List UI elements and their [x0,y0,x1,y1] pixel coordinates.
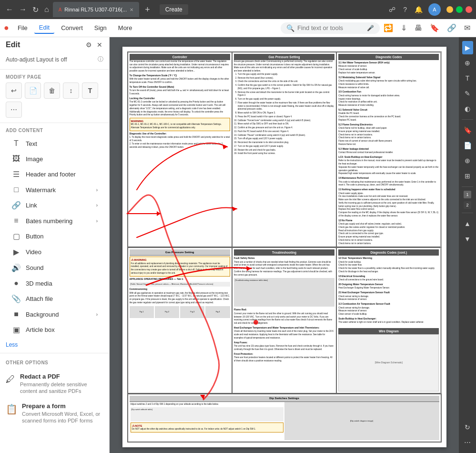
more-options-btn[interactable]: ⋯ [461,436,474,449]
pen-tool-btn[interactable]: ✎ [462,87,473,100]
reload-icon[interactable]: ↻ [30,3,41,16]
edit-header: Edit ⚙ ✕ [0,37,109,52]
toolbar-divider-3 [462,213,473,213]
image-label: Image [26,155,98,163]
share-icon[interactable]: 🔁 [382,21,395,34]
grid-tool-btn[interactable]: ⊞ [462,169,473,183]
menu-convert[interactable]: Convert [56,22,88,33]
settings-icon[interactable]: ⚙ [85,40,93,50]
scroll-down-btn[interactable]: ▼ [461,232,474,246]
rotate-btn[interactable]: ↻ [462,421,473,434]
sidebar-item-image[interactable]: 🖼 Image [6,151,103,166]
help-icon[interactable]: ? [401,4,409,15]
sidebar-item-sound[interactable]: 🔊 Sound [6,260,103,276]
other-options-title: OTHER OPTIONS [6,360,103,365]
dip-switch-title: Dip Switches Settings [130,396,439,402]
forward-icon[interactable]: → [17,3,29,16]
gas-pressure-body: Ensure gas pressure check under Commissi… [234,60,334,155]
sidebar-item-attach[interactable]: 📎 Attach file [6,291,103,307]
more-tools-button[interactable]: ⋯ [6,102,22,118]
zoom-tool-btn[interactable]: ⊕ [462,56,473,70]
menu-edit[interactable]: Edit [34,22,54,34]
menu-sign[interactable]: Sign [90,22,111,33]
main-area: Edit ⚙ ✕ Auto-adjust Layout is off ⓘ MOD… [0,37,476,453]
sidebar-item-button[interactable]: ▢ Button [6,228,103,244]
email-icon[interactable]: ✉ [462,21,472,34]
bookmark-tool-btn[interactable]: 🔖 [461,124,475,137]
menu-file[interactable]: File [13,22,32,33]
button-label: Button [26,233,98,240]
user-avatar[interactable]: A [428,3,441,16]
page-num-2[interactable]: 2 [464,201,471,209]
divider-2 [0,123,109,123]
sidebar-item-watermark[interactable]: □ Watermark › [6,182,103,197]
sidebar-item-text[interactable]: T Text [6,136,103,151]
auto-adjust-info-icon[interactable]: ⓘ [98,55,103,63]
troubleshooting-section: Troubleshooting Fault Safety Notes There… [232,247,336,393]
insert-page-button[interactable]: 📄 [25,82,41,99]
gas-pressure-title: Gas Pressure Setting [234,54,334,60]
search-bar[interactable]: 🔍 🎤 [281,22,380,34]
minimize-button[interactable] [446,6,453,13]
link-icon-sidebar: 🔗 [11,201,21,210]
sidebar-item-article[interactable]: ▣ Article box [6,322,103,338]
eraser-tool-btn[interactable]: ◐ [462,102,473,115]
pdf-row-2: Gas Pressure Setting ⚠ WARNING For all a… [127,247,442,394]
new-tab-icon[interactable]: + [141,3,154,17]
create-button[interactable]: Create [160,4,188,15]
download-icon[interactable]: ⇓ [399,21,409,34]
article-label: Article box [26,326,98,333]
page-num-1[interactable]: 1 [464,191,471,198]
notification-icon[interactable]: 🔔 [413,4,425,15]
search-input[interactable] [297,24,364,31]
text-label: Text [26,140,98,147]
wire-section: Diagnostic Codes (cont.) 12 Over Tempera… [336,247,441,393]
select-tool-btn[interactable]: ▶ [462,41,473,54]
close-button[interactable] [466,6,472,13]
option-form[interactable]: 📋 Prepare a form Convert Microsoft Word,… [6,399,103,428]
controller-body: The temperature controller can control a… [130,60,230,117]
pdf-viewer[interactable]: Controller The temperature controller ca… [110,37,459,453]
sidebar-item-bates[interactable]: ≡ Bates numbering › [6,213,103,228]
browser-tab[interactable]: A Rinnai RL75 U307-0716(... ✕ [53,2,140,17]
pdf-row-3: Dip Switches Settings Adjust switches 2 … [127,394,442,443]
extensions-icon[interactable]: ☍ [387,4,397,15]
tab-close-icon[interactable]: ✕ [130,7,133,12]
bookmark-icon[interactable]: 🔖 [428,21,441,34]
dip-switch-content: Adjust switches 2 and 3 of Dip SW-1 depe… [130,402,439,440]
maximize-button[interactable] [456,6,463,13]
option-redact[interactable]: 🖊 Redact a PDF Permanently delete sensit… [6,369,103,399]
delete-page-button[interactable]: 🗑 [44,82,60,99]
layers-tool-btn[interactable]: ⊕ [462,154,473,167]
sidebar-item-3d[interactable]: ● 3D media [6,276,103,291]
text-icon: T [11,139,21,148]
menu-more[interactable]: More [113,22,137,33]
redact-desc: Permanently delete sensitive content and… [20,381,103,395]
scroll-up-btn[interactable]: ▲ [461,217,474,230]
wire-diagram-image: [Wire Diagram Schematic] [338,334,439,391]
controller-title: Controller [130,54,230,60]
link-icon[interactable]: 🔗 [445,21,458,34]
highlight-tool-btn[interactable]: T [463,72,473,85]
sidebar-item-header-footer[interactable]: ☰ Header and footer [6,166,103,182]
form-title: Prepare a form [22,402,103,410]
controller-warning: WARNING MC-91-1, MC-91-2, MC-91-L, MC-10… [130,118,230,131]
home-icon[interactable]: ⌂ [42,3,51,16]
text-tool-button[interactable]: T [82,82,98,99]
pdf-page-1: Controller The temperature controller ca… [122,47,446,447]
sidebar-item-link[interactable]: 🔗 Link › [6,197,103,213]
crop-page-button[interactable]: ↕ [63,82,79,99]
edit-title: Edit [6,41,20,49]
close-sidebar-icon[interactable]: ✕ [96,40,103,50]
form-icon: 📋 [6,403,17,415]
back-icon[interactable]: ← [4,3,15,16]
less-link[interactable]: Less [0,340,109,350]
print-icon[interactable]: 🖶 [413,22,424,34]
sidebar-item-background[interactable]: ■ Background › [6,307,103,322]
link-label: Link [26,202,91,209]
watermark-icon: □ [11,185,21,194]
undo-button[interactable]: ↩ [6,82,22,99]
pages-tool-btn[interactable]: 📄 [461,139,475,152]
pdf-row-1: Controller The temperature controller ca… [127,51,442,247]
sidebar-item-video[interactable]: ▶ Video [6,244,103,260]
